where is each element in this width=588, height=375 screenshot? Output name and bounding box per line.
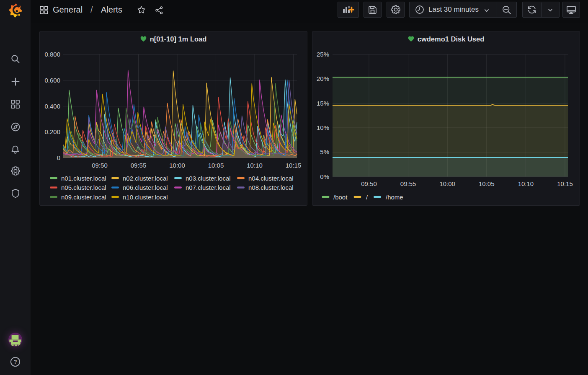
svg-text:10:15: 10:15	[286, 162, 302, 169]
svg-text:n05.cluster.local: n05.cluster.local	[61, 184, 106, 191]
svg-text:10:15: 10:15	[557, 180, 573, 187]
svg-text:0.200: 0.200	[44, 128, 60, 135]
svg-text:n06.cluster.local: n06.cluster.local	[123, 184, 168, 191]
svg-text:09:55: 09:55	[400, 180, 416, 187]
svg-text:0: 0	[57, 154, 60, 161]
svg-text:10:00: 10:00	[169, 162, 185, 169]
svg-text:15%: 15%	[317, 100, 329, 107]
svg-text:09:50: 09:50	[361, 180, 377, 187]
svg-text:10:10: 10:10	[518, 180, 534, 187]
svg-text:n04.cluster.local: n04.cluster.local	[248, 175, 294, 182]
svg-text:0.400: 0.400	[44, 103, 60, 110]
svg-text:n08.cluster.local: n08.cluster.local	[248, 184, 294, 191]
svg-text:10:05: 10:05	[479, 180, 495, 187]
svg-text:n07.cluster.local: n07.cluster.local	[186, 184, 231, 191]
svg-text:n01.cluster.local: n01.cluster.local	[61, 175, 106, 182]
svg-text:n10.cluster.local: n10.cluster.local	[123, 194, 168, 201]
svg-text:25%: 25%	[317, 51, 329, 58]
svg-text:0.600: 0.600	[44, 77, 60, 84]
svg-text:10:00: 10:00	[439, 180, 455, 187]
svg-text:5%: 5%	[320, 148, 329, 155]
svg-text:/home: /home	[386, 194, 403, 201]
svg-text:/: /	[366, 194, 368, 201]
svg-text:0%: 0%	[320, 173, 329, 180]
svg-text:09:55: 09:55	[131, 162, 147, 169]
svg-text:n09.cluster.local: n09.cluster.local	[61, 194, 106, 201]
svg-text:10:05: 10:05	[208, 162, 224, 169]
svg-text:10:10: 10:10	[247, 162, 263, 169]
svg-text:20%: 20%	[317, 75, 329, 82]
svg-text:n03.cluster.local: n03.cluster.local	[186, 175, 231, 182]
svg-text:/boot: /boot	[333, 194, 348, 201]
svg-text:10%: 10%	[317, 124, 329, 131]
svg-text:09:50: 09:50	[92, 162, 108, 169]
svg-text:?: ?	[13, 359, 17, 365]
svg-text:0.800: 0.800	[44, 51, 60, 58]
svg-text:n02.cluster.local: n02.cluster.local	[123, 175, 168, 182]
